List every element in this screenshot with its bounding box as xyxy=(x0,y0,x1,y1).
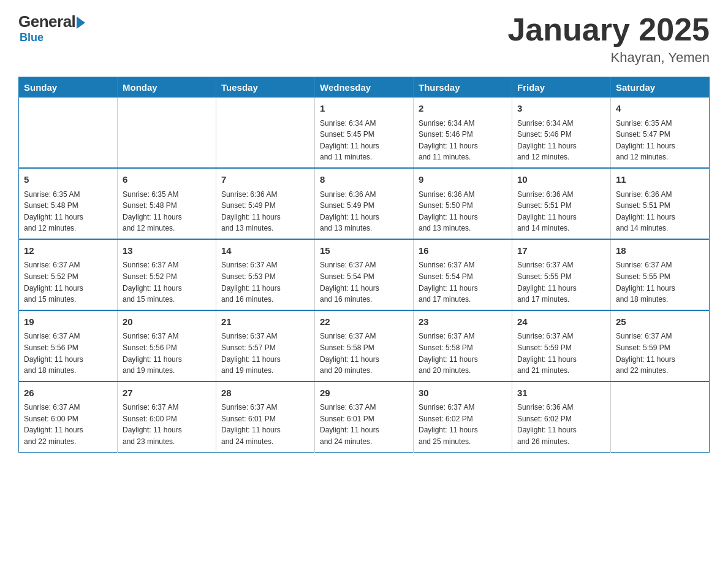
day-number: 22 xyxy=(320,315,408,329)
calendar-cell: 14Sunrise: 6:37 AMSunset: 5:53 PMDayligh… xyxy=(216,239,315,310)
day-number: 2 xyxy=(419,102,507,116)
day-info: Sunrise: 6:35 AMSunset: 5:48 PMDaylight:… xyxy=(24,189,112,234)
calendar-cell: 28Sunrise: 6:37 AMSunset: 6:01 PMDayligh… xyxy=(216,381,315,452)
day-number: 24 xyxy=(517,315,605,329)
day-number: 14 xyxy=(221,244,309,258)
header-friday: Friday xyxy=(512,77,611,98)
day-info: Sunrise: 6:37 AMSunset: 5:54 PMDaylight:… xyxy=(419,259,507,305)
calendar-cell: 10Sunrise: 6:36 AMSunset: 5:51 PMDayligh… xyxy=(512,168,611,239)
day-info: Sunrise: 6:37 AMSunset: 5:56 PMDaylight:… xyxy=(24,331,112,376)
calendar-cell xyxy=(216,98,315,168)
calendar-title: January 2025 xyxy=(507,12,710,47)
day-info: Sunrise: 6:36 AMSunset: 5:51 PMDaylight:… xyxy=(517,189,605,234)
day-number: 17 xyxy=(517,244,605,258)
day-info: Sunrise: 6:37 AMSunset: 5:59 PMDaylight:… xyxy=(616,331,704,376)
day-info: Sunrise: 6:36 AMSunset: 5:51 PMDaylight:… xyxy=(616,189,704,234)
day-number: 8 xyxy=(320,173,408,187)
calendar-cell: 18Sunrise: 6:37 AMSunset: 5:55 PMDayligh… xyxy=(611,239,710,310)
calendar-cell: 29Sunrise: 6:37 AMSunset: 6:01 PMDayligh… xyxy=(315,381,414,452)
day-info: Sunrise: 6:36 AMSunset: 5:50 PMDaylight:… xyxy=(419,189,507,234)
calendar-cell: 12Sunrise: 6:37 AMSunset: 5:52 PMDayligh… xyxy=(19,239,118,310)
day-info: Sunrise: 6:37 AMSunset: 6:01 PMDaylight:… xyxy=(320,402,408,447)
day-number: 12 xyxy=(24,244,112,258)
day-info: Sunrise: 6:35 AMSunset: 5:47 PMDaylight:… xyxy=(616,118,704,163)
day-info: Sunrise: 6:37 AMSunset: 5:54 PMDaylight:… xyxy=(320,259,408,305)
page-header: General Blue January 2025 Khayran, Yemen xyxy=(18,12,710,66)
day-info: Sunrise: 6:36 AMSunset: 5:49 PMDaylight:… xyxy=(221,189,309,234)
day-number: 28 xyxy=(221,386,309,400)
calendar-cell: 5Sunrise: 6:35 AMSunset: 5:48 PMDaylight… xyxy=(19,168,118,239)
logo-blue-text: Blue xyxy=(20,31,44,44)
day-number: 29 xyxy=(320,386,408,400)
calendar-cell: 4Sunrise: 6:35 AMSunset: 5:47 PMDaylight… xyxy=(611,98,710,168)
calendar-cell xyxy=(19,98,118,168)
day-info: Sunrise: 6:37 AMSunset: 6:00 PMDaylight:… xyxy=(24,402,112,447)
calendar-cell: 13Sunrise: 6:37 AMSunset: 5:52 PMDayligh… xyxy=(118,239,216,310)
calendar-cell: 27Sunrise: 6:37 AMSunset: 6:00 PMDayligh… xyxy=(118,381,216,452)
header-thursday: Thursday xyxy=(414,77,512,98)
calendar-cell: 6Sunrise: 6:35 AMSunset: 5:48 PMDaylight… xyxy=(118,168,216,239)
day-number: 26 xyxy=(24,386,112,400)
day-number: 31 xyxy=(517,386,605,400)
calendar-cell: 23Sunrise: 6:37 AMSunset: 5:58 PMDayligh… xyxy=(414,310,512,381)
day-number: 6 xyxy=(123,173,211,187)
day-number: 18 xyxy=(616,244,704,258)
day-number: 25 xyxy=(616,315,704,329)
day-number: 5 xyxy=(24,173,112,187)
calendar-week-row: 5Sunrise: 6:35 AMSunset: 5:48 PMDaylight… xyxy=(19,168,710,239)
calendar-week-row: 12Sunrise: 6:37 AMSunset: 5:52 PMDayligh… xyxy=(19,239,710,310)
day-number: 3 xyxy=(517,102,605,116)
calendar-cell: 21Sunrise: 6:37 AMSunset: 5:57 PMDayligh… xyxy=(216,310,315,381)
day-number: 20 xyxy=(123,315,211,329)
day-number: 1 xyxy=(320,102,408,116)
calendar-cell: 31Sunrise: 6:36 AMSunset: 6:02 PMDayligh… xyxy=(512,381,611,452)
day-number: 16 xyxy=(419,244,507,258)
calendar-cell: 8Sunrise: 6:36 AMSunset: 5:49 PMDaylight… xyxy=(315,168,414,239)
calendar-cell: 25Sunrise: 6:37 AMSunset: 5:59 PMDayligh… xyxy=(611,310,710,381)
day-info: Sunrise: 6:37 AMSunset: 5:56 PMDaylight:… xyxy=(123,331,211,376)
header-wednesday: Wednesday xyxy=(315,77,414,98)
calendar-cell: 11Sunrise: 6:36 AMSunset: 5:51 PMDayligh… xyxy=(611,168,710,239)
calendar-cell xyxy=(611,381,710,452)
calendar-header-row: SundayMondayTuesdayWednesdayThursdayFrid… xyxy=(19,77,710,98)
day-info: Sunrise: 6:37 AMSunset: 5:52 PMDaylight:… xyxy=(24,259,112,305)
day-number: 4 xyxy=(616,102,704,116)
day-number: 11 xyxy=(616,173,704,187)
header-sunday: Sunday xyxy=(19,77,118,98)
day-number: 15 xyxy=(320,244,408,258)
day-number: 13 xyxy=(123,244,211,258)
header-saturday: Saturday xyxy=(611,77,710,98)
day-info: Sunrise: 6:34 AMSunset: 5:46 PMDaylight:… xyxy=(419,118,507,163)
day-info: Sunrise: 6:37 AMSunset: 6:02 PMDaylight:… xyxy=(419,402,507,447)
calendar-cell: 16Sunrise: 6:37 AMSunset: 5:54 PMDayligh… xyxy=(414,239,512,310)
day-number: 9 xyxy=(419,173,507,187)
calendar-cell xyxy=(118,98,216,168)
day-number: 21 xyxy=(221,315,309,329)
day-number: 27 xyxy=(123,386,211,400)
day-info: Sunrise: 6:37 AMSunset: 5:55 PMDaylight:… xyxy=(616,259,704,305)
logo: General Blue xyxy=(18,12,85,44)
day-info: Sunrise: 6:37 AMSunset: 5:59 PMDaylight:… xyxy=(517,331,605,376)
calendar-cell: 30Sunrise: 6:37 AMSunset: 6:02 PMDayligh… xyxy=(414,381,512,452)
calendar-cell: 22Sunrise: 6:37 AMSunset: 5:58 PMDayligh… xyxy=(315,310,414,381)
calendar-cell: 9Sunrise: 6:36 AMSunset: 5:50 PMDaylight… xyxy=(414,168,512,239)
day-info: Sunrise: 6:36 AMSunset: 5:49 PMDaylight:… xyxy=(320,189,408,234)
header-tuesday: Tuesday xyxy=(216,77,315,98)
day-info: Sunrise: 6:37 AMSunset: 5:58 PMDaylight:… xyxy=(320,331,408,376)
logo-arrow-icon xyxy=(77,17,85,29)
day-number: 30 xyxy=(419,386,507,400)
calendar-week-row: 19Sunrise: 6:37 AMSunset: 5:56 PMDayligh… xyxy=(19,310,710,381)
day-info: Sunrise: 6:37 AMSunset: 5:53 PMDaylight:… xyxy=(221,259,309,305)
day-number: 23 xyxy=(419,315,507,329)
title-section: January 2025 Khayran, Yemen xyxy=(507,12,710,66)
calendar-cell: 2Sunrise: 6:34 AMSunset: 5:46 PMDaylight… xyxy=(414,98,512,168)
calendar-cell: 20Sunrise: 6:37 AMSunset: 5:56 PMDayligh… xyxy=(118,310,216,381)
calendar-subtitle: Khayran, Yemen xyxy=(507,50,710,66)
day-info: Sunrise: 6:37 AMSunset: 5:52 PMDaylight:… xyxy=(123,259,211,305)
day-info: Sunrise: 6:37 AMSunset: 5:58 PMDaylight:… xyxy=(419,331,507,376)
day-number: 7 xyxy=(221,173,309,187)
logo-general-text: General xyxy=(18,12,75,31)
day-info: Sunrise: 6:34 AMSunset: 5:45 PMDaylight:… xyxy=(320,118,408,163)
calendar-cell: 17Sunrise: 6:37 AMSunset: 5:55 PMDayligh… xyxy=(512,239,611,310)
day-info: Sunrise: 6:37 AMSunset: 6:00 PMDaylight:… xyxy=(123,402,211,447)
